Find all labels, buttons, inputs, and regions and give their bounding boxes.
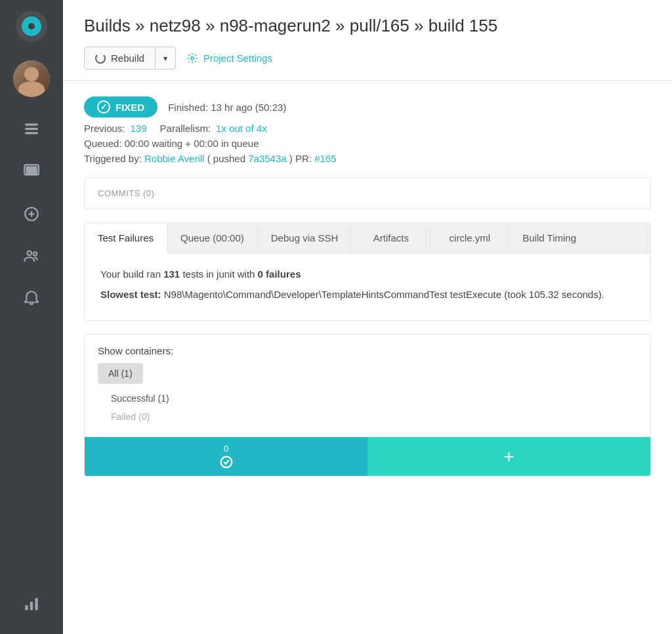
- rebuild-button[interactable]: Rebuild ▾: [84, 47, 176, 70]
- sidebar-item-chat[interactable]: [0, 152, 63, 192]
- rebuild-label: Rebuild: [111, 53, 144, 64]
- svg-point-6: [33, 169, 35, 171]
- svg-point-11: [33, 252, 37, 255]
- rebuild-icon: [95, 53, 106, 64]
- avatar[interactable]: [13, 60, 50, 97]
- commits-label: COMMITS (0): [98, 188, 637, 198]
- sidebar-item-team[interactable]: [0, 236, 63, 276]
- svg-rect-14: [35, 598, 37, 610]
- tabs-header: Test Failures Queue (00:00) Debug via SS…: [85, 223, 650, 254]
- svg-rect-12: [25, 605, 28, 610]
- build-content: ✓ FIXED Finished: 13 hr ago (50:23) Prev…: [63, 81, 672, 492]
- tab-test-failures[interactable]: Test Failures: [85, 223, 167, 254]
- sidebar-nav: [0, 110, 63, 318]
- notifications-icon: [23, 289, 40, 306]
- svg-rect-0: [25, 123, 38, 125]
- toolbar: Rebuild ▾ Project Settings: [84, 47, 651, 70]
- test-summary: Your build ran 131 tests in junit with 0…: [100, 267, 635, 282]
- sidebar-item-builds[interactable]: [0, 110, 63, 150]
- previous-row: Previous: 139 Parallelism: 1x out of 4x: [84, 123, 651, 134]
- tab-circle-yml[interactable]: circle.yml: [430, 223, 509, 253]
- successful-containers[interactable]: Successful (1): [98, 389, 637, 408]
- queued-row: Queued: 00:00 waiting + 00:00 in queue: [84, 138, 651, 149]
- team-icon: [23, 247, 40, 264]
- insights-icon: [23, 595, 40, 612]
- main-content: Builds » netz98 » n98-magerun2 » pull/16…: [63, 0, 672, 634]
- breadcrumb: Builds » netz98 » n98-magerun2 » pull/16…: [84, 16, 651, 36]
- builds-icon: [23, 121, 40, 138]
- pr-link[interactable]: #165: [314, 153, 336, 164]
- status-section: ✓ FIXED Finished: 13 hr ago (50:23) Prev…: [84, 96, 651, 164]
- containers-header: Show containers: All (1) Successful (1) …: [85, 335, 650, 436]
- add-icon: [23, 205, 40, 222]
- app-logo[interactable]: [0, 0, 63, 53]
- tab-queue[interactable]: Queue (00:00): [167, 223, 258, 253]
- commit-hash-link[interactable]: 7a3543a: [248, 153, 286, 164]
- container-right[interactable]: +: [368, 437, 650, 476]
- slowest-test: Slowest test: N98\Magento\Command\Develo…: [100, 287, 635, 303]
- tab-debug-ssh[interactable]: Debug via SSH: [258, 223, 352, 253]
- container-left[interactable]: 0: [85, 437, 368, 476]
- tab-artifacts[interactable]: Artifacts: [352, 223, 430, 253]
- sidebar-item-notifications[interactable]: [0, 278, 63, 318]
- sidebar-bottom: [0, 584, 63, 634]
- triggered-row: Triggered by: Robbie Averill ( pushed 7a…: [84, 153, 651, 164]
- status-row: ✓ FIXED Finished: 13 hr ago (50:23): [84, 96, 651, 117]
- containers-label: Show containers:: [98, 345, 637, 356]
- chat-icon: [23, 163, 40, 180]
- all-containers-btn[interactable]: All (1): [98, 363, 143, 384]
- status-badge: ✓ FIXED: [84, 96, 158, 117]
- failed-containers[interactable]: Failed (0): [98, 408, 637, 426]
- status-text: FIXED: [116, 102, 144, 113]
- previous-build-link[interactable]: 139: [131, 123, 147, 134]
- tab-content: Your build ran 131 tests in junit with 0…: [85, 254, 650, 320]
- dropdown-arrow: ▾: [163, 54, 167, 63]
- commits-section: COMMITS (0): [84, 177, 651, 209]
- svg-rect-13: [30, 602, 33, 610]
- svg-point-4: [28, 169, 30, 171]
- project-settings-button[interactable]: Project Settings: [184, 47, 275, 70]
- triggered-by-link[interactable]: Robbie Averill: [144, 153, 204, 164]
- svg-point-5: [30, 169, 32, 171]
- svg-rect-1: [25, 128, 38, 130]
- check-circle-icon: [219, 455, 234, 469]
- svg-point-15: [191, 56, 194, 60]
- finished-text: Finished: 13 hr ago (50:23): [168, 102, 286, 113]
- containers-section: Show containers: All (1) Successful (1) …: [84, 334, 651, 476]
- rebuild-main[interactable]: Rebuild: [85, 47, 156, 69]
- svg-rect-2: [25, 132, 38, 134]
- page-header: Builds » netz98 » n98-magerun2 » pull/16…: [63, 0, 672, 81]
- parallelism-link[interactable]: 1x out of 4x: [216, 123, 267, 134]
- sidebar: [0, 0, 63, 634]
- gear-icon: [186, 53, 198, 64]
- project-settings-label: Project Settings: [203, 53, 272, 64]
- sidebar-item-add[interactable]: [0, 194, 63, 234]
- tab-build-timing[interactable]: Build Timing: [509, 223, 589, 253]
- container-bar: 0 +: [85, 436, 650, 476]
- sidebar-item-insights[interactable]: [0, 584, 63, 623]
- rebuild-dropdown[interactable]: ▾: [156, 49, 175, 68]
- tabs-container: Test Failures Queue (00:00) Debug via SS…: [84, 222, 651, 321]
- check-icon: ✓: [97, 100, 110, 114]
- svg-point-10: [28, 251, 32, 255]
